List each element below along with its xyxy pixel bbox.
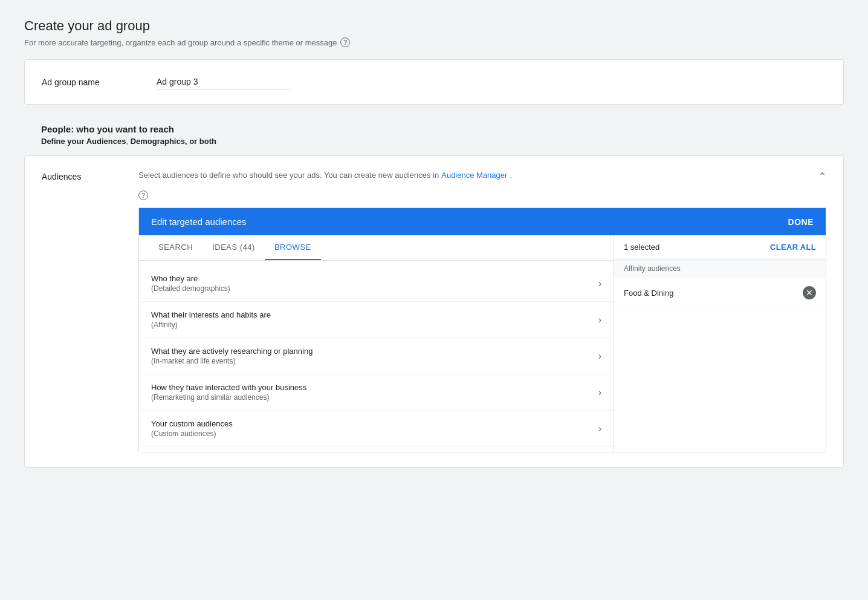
audiences-label: Audiences — [42, 171, 120, 452]
tabs-row: SEARCH IDEAS (44) BROWSE — [139, 235, 614, 261]
ad-group-name-label: Ad group name — [42, 77, 120, 87]
people-section-desc: Define your Audiences, Demographics, or … — [41, 137, 827, 146]
audiences-content: Select audiences to define who should se… — [138, 171, 826, 452]
chevron-right-icon: › — [598, 315, 601, 325]
browse-item[interactable]: Your custom audiences (Custom audiences)… — [139, 411, 614, 447]
clear-all-button[interactable]: CLEAR ALL — [770, 243, 816, 252]
left-panel: SEARCH IDEAS (44) BROWSE Who they are (D… — [139, 235, 614, 452]
browse-item[interactable]: How they have interacted with your busin… — [139, 374, 614, 411]
chevron-right-icon: › — [598, 351, 601, 362]
tab-browse[interactable]: BROWSE — [265, 235, 321, 260]
affinity-header: Affinity audiences — [614, 259, 826, 278]
subtitle-help-icon[interactable]: ? — [340, 38, 350, 47]
chevron-right-icon: › — [598, 387, 601, 398]
edit-panel-title: Edit targeted audiences — [151, 217, 247, 227]
edit-panel-body: SEARCH IDEAS (44) BROWSE Who they are (D… — [139, 235, 826, 452]
chevron-right-icon: › — [598, 278, 601, 289]
page-subtitle: For more accurate targeting, organize ea… — [24, 38, 844, 47]
browse-item[interactable]: What they are actively researching or pl… — [139, 338, 614, 374]
audiences-desc-row: Select audiences to define who should se… — [138, 171, 826, 207]
audiences-card: Audiences Select audiences to define who… — [24, 155, 844, 468]
tab-search[interactable]: SEARCH — [149, 235, 202, 260]
tab-ideas[interactable]: IDEAS (44) — [202, 235, 265, 260]
ad-group-name-card: Ad group name — [24, 59, 844, 105]
edit-panel-header: Edit targeted audiences DONE — [139, 208, 826, 235]
people-section-header: People: who you want to reach Define you… — [24, 114, 844, 155]
right-panel: 1 selected CLEAR ALL Affinity audiences … — [614, 235, 826, 452]
remove-item-button[interactable]: ✕ — [803, 286, 816, 299]
audiences-help-icon[interactable]: ? — [138, 191, 148, 200]
audiences-description: Select audiences to define who should se… — [138, 171, 818, 180]
chevron-right-icon: › — [598, 423, 601, 434]
edit-panel: Edit targeted audiences DONE SEARCH IDEA… — [138, 207, 826, 452]
audience-manager-link[interactable]: Audience Manager — [441, 171, 507, 180]
done-button[interactable]: DONE — [788, 217, 814, 227]
page-title: Create your ad group — [24, 18, 844, 34]
ad-group-name-input[interactable] — [157, 74, 290, 90]
browse-item[interactable]: What their interests and habits are (Aff… — [139, 302, 614, 338]
ad-group-name-row: Ad group name — [42, 74, 826, 90]
audiences-row: Audiences Select audiences to define who… — [42, 171, 826, 452]
collapse-icon[interactable]: ⌃ — [818, 171, 826, 182]
selected-count: 1 selected — [624, 243, 659, 252]
selected-item-row: Food & Dining ✕ — [614, 278, 826, 308]
browse-list: Who they are (Detailed demographics) › W… — [139, 261, 614, 452]
people-section-title: People: who you want to reach — [41, 124, 827, 134]
right-panel-header: 1 selected CLEAR ALL — [614, 235, 826, 259]
browse-item[interactable]: Who they are (Detailed demographics) › — [139, 266, 614, 302]
selected-item-name: Food & Dining — [624, 289, 673, 298]
